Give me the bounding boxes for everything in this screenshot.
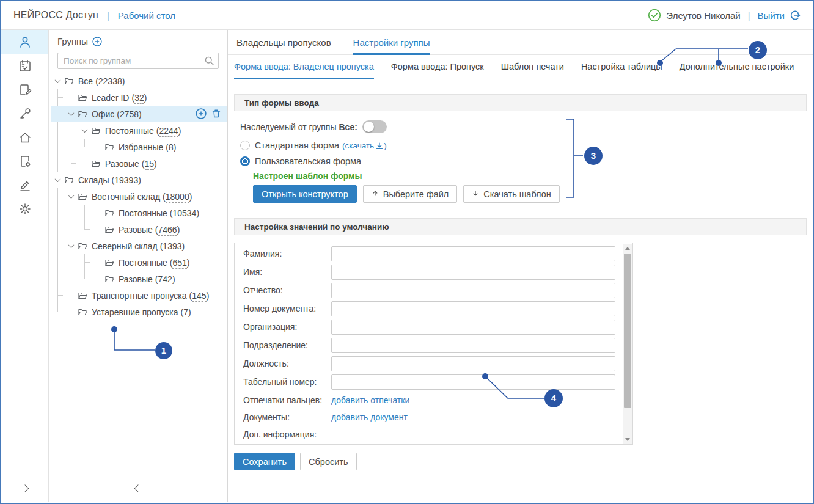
personnel-number-field[interactable]: [331, 374, 615, 390]
download-template-button[interactable]: Скачать шаблон: [463, 185, 559, 203]
tree-item[interactable]: Разовые 742: [51, 271, 227, 287]
chevron-down-icon[interactable]: [65, 188, 77, 205]
tab-group-settings[interactable]: Настройки группы: [353, 30, 430, 55]
scroll-up-icon[interactable]: [623, 244, 632, 252]
chevron-down-icon[interactable]: [78, 122, 90, 139]
add-document-link[interactable]: добавить документ: [331, 412, 408, 422]
radio-custom-form[interactable]: [240, 156, 250, 166]
folder-icon: [78, 192, 88, 201]
additional-info-field[interactable]: [331, 444, 615, 445]
folder-icon: [105, 143, 115, 152]
rail-item-pass-owners[interactable]: [1, 30, 48, 54]
folder-icon: [105, 209, 115, 217]
tab-pass-owners[interactable]: Владельцы пропусков: [237, 30, 331, 55]
organization-field[interactable]: [331, 320, 615, 335]
delete-group-icon[interactable]: [211, 108, 222, 119]
add-subgroup-icon[interactable]: [196, 108, 207, 119]
save-button[interactable]: Сохранить: [234, 453, 295, 470]
chevron-down-icon[interactable]: [51, 172, 64, 188]
default-values-panel: Фамилия: Имя: Отчество: Номер документа:…: [234, 243, 633, 445]
tree-item[interactable]: Транспортные пропуска 145: [51, 287, 227, 304]
choose-file-button[interactable]: Выберите файл: [363, 185, 458, 203]
tree-item[interactable]: Leader ID 32: [51, 89, 227, 106]
lastname-field[interactable]: [331, 246, 615, 261]
search-icon[interactable]: [204, 56, 215, 66]
top-header: НЕЙРОСС Доступ | Рабочий стол Элеутов Ни…: [1, 1, 813, 30]
tree-item[interactable]: Склады 19393: [51, 172, 227, 188]
subtab-input-form-pass[interactable]: Форма ввода: Пропуск: [391, 55, 484, 79]
download-standard-form-link[interactable]: скачать: [342, 141, 387, 150]
add-group-icon[interactable]: [92, 37, 102, 46]
subtab-input-form-owner[interactable]: Форма ввода: Владелец пропуска: [234, 55, 374, 79]
open-constructor-button[interactable]: Открыть конструктор: [253, 185, 357, 203]
rail-item-schedule[interactable]: [1, 54, 48, 78]
tree-item[interactable]: Постоянные 651: [51, 254, 227, 271]
rail-item-requests[interactable]: [1, 78, 48, 101]
tree-item[interactable]: Разовые 7466: [51, 221, 227, 238]
folder-icon: [78, 291, 88, 300]
group-search-input[interactable]: [57, 53, 219, 69]
folder-icon: [105, 258, 115, 267]
tree-item[interactable]: Устаревшие пропуска 7: [51, 304, 227, 320]
inherit-toggle[interactable]: [362, 120, 387, 133]
workspace-link[interactable]: Рабочий стол: [118, 10, 175, 21]
subtab-print-template[interactable]: Шаблон печати: [501, 55, 564, 79]
pen-underline-icon: [18, 178, 32, 192]
calendar-check-icon: [18, 59, 32, 73]
add-fingerprints-link[interactable]: добавить отпечатки: [331, 395, 409, 405]
folder-icon: [105, 275, 115, 283]
rail-item-settings[interactable]: [1, 197, 48, 221]
settings-content: Тип формы ввода Наследуемый от группы Вс…: [234, 94, 807, 470]
group-search: [57, 53, 219, 69]
tree-item[interactable]: Постоянные 10534: [51, 205, 227, 221]
key-icon: [18, 106, 32, 121]
svg-text:1: 1: [161, 345, 166, 356]
tree-collapse-icon[interactable]: [136, 483, 141, 494]
inherit-label: Наследуемый от группы: [240, 122, 336, 132]
tree-item[interactable]: Восточный склад 18000: [51, 188, 227, 205]
folder-icon: [78, 93, 88, 102]
rail-expand-icon[interactable]: [22, 483, 28, 494]
section-default-values: Настройка значений по умолчанию: [234, 218, 807, 235]
template-status-text: Настроен шаблон формы: [253, 171, 807, 181]
firstname-field[interactable]: [331, 265, 615, 280]
user-separator: |: [748, 10, 750, 21]
middlename-field[interactable]: [331, 283, 615, 298]
left-icon-rail: [1, 30, 49, 502]
rail-item-documents[interactable]: [1, 149, 48, 173]
rail-item-keys[interactable]: [1, 101, 48, 125]
rail-item-sign[interactable]: [1, 173, 48, 197]
user-name: Элеутов Николай: [666, 10, 740, 21]
sub-tabs: Форма ввода: Владелец пропуска Форма вво…: [228, 55, 813, 79]
panel-scrollbar[interactable]: [623, 244, 632, 444]
radio-standard-form[interactable]: [240, 141, 250, 150]
logout-icon[interactable]: [790, 10, 801, 21]
logout-link[interactable]: Выйти: [758, 10, 785, 21]
subtab-table-settings[interactable]: Настройка таблицы: [581, 55, 662, 79]
chevron-down-icon[interactable]: [65, 106, 77, 122]
groups-tree: Все 22338 Leader ID 32 Офис 2758: [49, 73, 227, 320]
tree-item[interactable]: Постоянные 2244: [51, 122, 227, 139]
folder-icon: [91, 126, 101, 135]
folder-icon: [78, 308, 88, 316]
form-edit-icon: [18, 82, 32, 97]
tree-item[interactable]: Разовые 15: [51, 155, 227, 172]
reset-button[interactable]: Сбросить: [300, 453, 356, 470]
chevron-down-icon[interactable]: [51, 73, 64, 89]
folder-icon: [105, 225, 115, 234]
scrollbar-thumb[interactable]: [624, 254, 631, 408]
tree-item-selected[interactable]: Офис 2758: [51, 106, 227, 122]
subtab-additional-settings[interactable]: Дополнительные настройки: [680, 55, 794, 79]
folder-icon: [64, 77, 75, 86]
document-number-field[interactable]: [331, 301, 615, 316]
tree-item[interactable]: Все 22338: [51, 73, 227, 89]
tree-item[interactable]: Северный склад 1393: [51, 238, 227, 254]
position-field[interactable]: [331, 356, 615, 371]
groups-panel: Группы Все 22338 Leader ID 32: [49, 30, 228, 502]
rail-item-home[interactable]: [1, 125, 48, 149]
tree-item[interactable]: Избранные 8: [51, 139, 227, 155]
chevron-down-icon[interactable]: [65, 238, 77, 254]
person-icon: [18, 35, 32, 49]
scroll-down-icon[interactable]: [623, 435, 632, 444]
department-field[interactable]: [331, 338, 615, 353]
